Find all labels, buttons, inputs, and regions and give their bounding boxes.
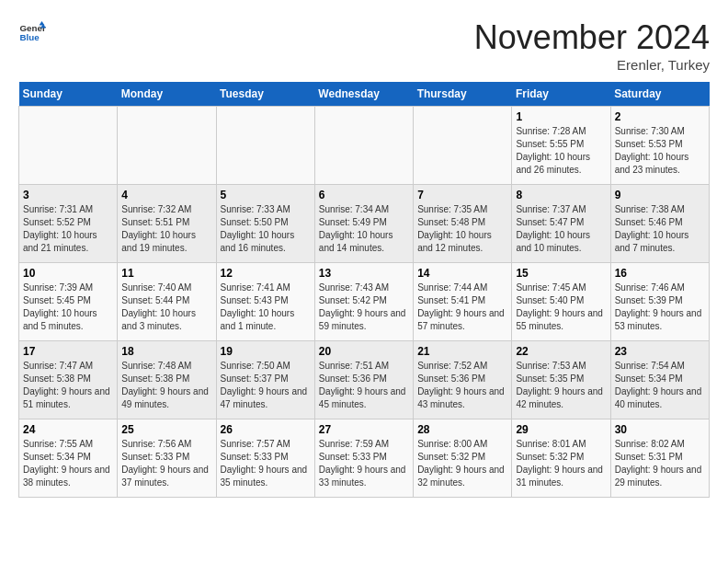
header-wednesday: Wednesday <box>314 82 413 107</box>
table-row: 8Sunrise: 7:37 AM Sunset: 5:47 PM Daylig… <box>512 185 610 263</box>
day-info: Sunrise: 7:33 AM Sunset: 5:50 PM Dayligh… <box>221 203 311 255</box>
table-row: 9Sunrise: 7:38 AM Sunset: 5:46 PM Daylig… <box>610 185 709 263</box>
table-row: 19Sunrise: 7:50 AM Sunset: 5:37 PM Dayli… <box>216 341 314 419</box>
day-info: Sunrise: 7:37 AM Sunset: 5:47 PM Dayligh… <box>516 203 606 255</box>
table-row: 22Sunrise: 7:53 AM Sunset: 5:35 PM Dayli… <box>512 341 610 419</box>
day-info: Sunrise: 7:45 AM Sunset: 5:40 PM Dayligh… <box>516 282 606 333</box>
table-row: 1Sunrise: 7:28 AM Sunset: 5:55 PM Daylig… <box>512 107 610 185</box>
table-row <box>216 107 314 185</box>
day-info: Sunrise: 7:48 AM Sunset: 5:38 PM Dayligh… <box>121 360 211 411</box>
table-row: 28Sunrise: 8:00 AM Sunset: 5:32 PM Dayli… <box>414 419 512 498</box>
table-row: 2Sunrise: 7:30 AM Sunset: 5:53 PM Daylig… <box>610 107 709 185</box>
day-number: 15 <box>516 267 606 280</box>
day-info: Sunrise: 7:55 AM Sunset: 5:34 PM Dayligh… <box>23 438 113 489</box>
day-number: 2 <box>615 110 705 123</box>
day-number: 30 <box>615 423 705 436</box>
day-number: 18 <box>121 345 211 358</box>
day-number: 6 <box>319 189 409 201</box>
day-number: 22 <box>516 345 606 358</box>
table-row: 10Sunrise: 7:39 AM Sunset: 5:45 PM Dayli… <box>19 263 118 341</box>
day-number: 17 <box>23 345 113 358</box>
day-info: Sunrise: 8:00 AM Sunset: 5:32 PM Dayligh… <box>417 438 507 489</box>
table-row: 4Sunrise: 7:32 AM Sunset: 5:51 PM Daylig… <box>118 185 216 263</box>
table-row: 7Sunrise: 7:35 AM Sunset: 5:48 PM Daylig… <box>414 185 512 263</box>
day-number: 3 <box>23 189 113 201</box>
day-info: Sunrise: 7:56 AM Sunset: 5:33 PM Dayligh… <box>121 438 211 489</box>
logo-icon: General Blue <box>18 18 46 46</box>
day-info: Sunrise: 7:46 AM Sunset: 5:39 PM Dayligh… <box>615 282 705 333</box>
header-friday: Friday <box>512 82 610 107</box>
page-header: General Blue November 2024 Erenler, Turk… <box>18 18 710 73</box>
day-info: Sunrise: 7:40 AM Sunset: 5:44 PM Dayligh… <box>121 282 211 333</box>
header-tuesday: Tuesday <box>216 82 314 107</box>
table-row <box>314 107 413 185</box>
day-info: Sunrise: 7:52 AM Sunset: 5:36 PM Dayligh… <box>417 360 507 411</box>
calendar-title: November 2024 <box>474 18 710 57</box>
calendar-row: 24Sunrise: 7:55 AM Sunset: 5:34 PM Dayli… <box>19 419 710 498</box>
table-row <box>19 107 118 185</box>
svg-text:Blue: Blue <box>20 32 40 42</box>
day-info: Sunrise: 7:35 AM Sunset: 5:48 PM Dayligh… <box>417 203 507 255</box>
day-number: 12 <box>221 267 311 280</box>
header-sunday: Sunday <box>19 82 118 107</box>
day-info: Sunrise: 7:53 AM Sunset: 5:35 PM Dayligh… <box>516 360 606 411</box>
day-number: 1 <box>516 110 606 123</box>
header-thursday: Thursday <box>414 82 512 107</box>
day-info: Sunrise: 7:59 AM Sunset: 5:33 PM Dayligh… <box>319 438 409 489</box>
day-number: 21 <box>417 345 507 358</box>
day-number: 10 <box>23 267 113 280</box>
day-info: Sunrise: 7:28 AM Sunset: 5:55 PM Dayligh… <box>516 125 606 177</box>
day-number: 25 <box>121 423 211 436</box>
day-number: 13 <box>319 267 409 280</box>
day-info: Sunrise: 7:43 AM Sunset: 5:42 PM Dayligh… <box>319 282 409 333</box>
table-row: 14Sunrise: 7:44 AM Sunset: 5:41 PM Dayli… <box>414 263 512 341</box>
day-info: Sunrise: 7:31 AM Sunset: 5:52 PM Dayligh… <box>23 203 113 255</box>
day-number: 4 <box>121 189 211 201</box>
day-number: 16 <box>615 267 705 280</box>
table-row: 12Sunrise: 7:41 AM Sunset: 5:43 PM Dayli… <box>216 263 314 341</box>
header-monday: Monday <box>118 82 216 107</box>
table-row: 30Sunrise: 8:02 AM Sunset: 5:31 PM Dayli… <box>610 419 709 498</box>
day-number: 28 <box>417 423 507 436</box>
weekday-header-row: Sunday Monday Tuesday Wednesday Thursday… <box>19 82 710 107</box>
day-info: Sunrise: 8:01 AM Sunset: 5:32 PM Dayligh… <box>516 438 606 489</box>
table-row: 13Sunrise: 7:43 AM Sunset: 5:42 PM Dayli… <box>314 263 413 341</box>
day-number: 29 <box>516 423 606 436</box>
day-number: 8 <box>516 189 606 201</box>
day-info: Sunrise: 7:32 AM Sunset: 5:51 PM Dayligh… <box>121 203 211 255</box>
day-info: Sunrise: 7:50 AM Sunset: 5:37 PM Dayligh… <box>221 360 311 411</box>
title-area: November 2024 Erenler, Turkey <box>474 18 710 73</box>
table-row <box>118 107 216 185</box>
table-row: 23Sunrise: 7:54 AM Sunset: 5:34 PM Dayli… <box>610 341 709 419</box>
day-number: 20 <box>319 345 409 358</box>
day-number: 26 <box>221 423 311 436</box>
day-info: Sunrise: 7:44 AM Sunset: 5:41 PM Dayligh… <box>417 282 507 333</box>
table-row: 27Sunrise: 7:59 AM Sunset: 5:33 PM Dayli… <box>314 419 413 498</box>
day-info: Sunrise: 8:02 AM Sunset: 5:31 PM Dayligh… <box>615 438 705 489</box>
table-row: 21Sunrise: 7:52 AM Sunset: 5:36 PM Dayli… <box>414 341 512 419</box>
table-row: 5Sunrise: 7:33 AM Sunset: 5:50 PM Daylig… <box>216 185 314 263</box>
table-row: 29Sunrise: 8:01 AM Sunset: 5:32 PM Dayli… <box>512 419 610 498</box>
day-number: 7 <box>417 189 507 201</box>
day-number: 14 <box>417 267 507 280</box>
day-info: Sunrise: 7:30 AM Sunset: 5:53 PM Dayligh… <box>615 125 705 177</box>
calendar-row: 1Sunrise: 7:28 AM Sunset: 5:55 PM Daylig… <box>19 107 710 185</box>
table-row <box>414 107 512 185</box>
calendar-row: 17Sunrise: 7:47 AM Sunset: 5:38 PM Dayli… <box>19 341 710 419</box>
calendar-row: 3Sunrise: 7:31 AM Sunset: 5:52 PM Daylig… <box>19 185 710 263</box>
day-number: 19 <box>221 345 311 358</box>
day-number: 23 <box>615 345 705 358</box>
day-number: 24 <box>23 423 113 436</box>
calendar-table: Sunday Monday Tuesday Wednesday Thursday… <box>18 82 710 498</box>
day-info: Sunrise: 7:57 AM Sunset: 5:33 PM Dayligh… <box>221 438 311 489</box>
table-row: 3Sunrise: 7:31 AM Sunset: 5:52 PM Daylig… <box>19 185 118 263</box>
day-info: Sunrise: 7:47 AM Sunset: 5:38 PM Dayligh… <box>23 360 113 411</box>
table-row: 24Sunrise: 7:55 AM Sunset: 5:34 PM Dayli… <box>19 419 118 498</box>
calendar-subtitle: Erenler, Turkey <box>474 57 710 73</box>
day-number: 5 <box>221 189 311 201</box>
table-row: 25Sunrise: 7:56 AM Sunset: 5:33 PM Dayli… <box>118 419 216 498</box>
table-row: 15Sunrise: 7:45 AM Sunset: 5:40 PM Dayli… <box>512 263 610 341</box>
day-number: 27 <box>319 423 409 436</box>
table-row: 26Sunrise: 7:57 AM Sunset: 5:33 PM Dayli… <box>216 419 314 498</box>
table-row: 17Sunrise: 7:47 AM Sunset: 5:38 PM Dayli… <box>19 341 118 419</box>
